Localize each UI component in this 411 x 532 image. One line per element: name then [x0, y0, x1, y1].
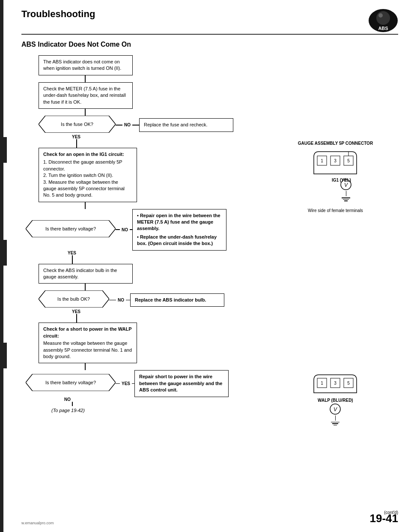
flow-box-1-content: The ABS indicator does not come on when …	[39, 55, 133, 75]
no-label-4: NO	[64, 397, 264, 402]
abs-logo-svg: ABS	[368, 9, 398, 33]
yes-label-3: YES	[72, 309, 264, 314]
bottom-area: w.emanualpro.com 19-41	[21, 512, 398, 525]
connector-2-svg: 1 3 5	[310, 371, 361, 397]
svg-point-1	[376, 11, 390, 25]
connector-1-label-text: IG1 (YEL)	[285, 178, 398, 182]
no-branch-1: NO	[116, 123, 139, 127]
flow-box-1: The ABS indicator does not come on when …	[39, 55, 133, 75]
connector-v-7	[76, 314, 77, 323]
flow-box-2-content: Check the METER (7.5 A) fuse in the unde…	[39, 82, 133, 109]
flow-box-3-content: Check for an open in the IG1 circuit: 1.…	[39, 148, 137, 202]
connector-diagram-2: 1 3 5 WALP (BLU/RED) V	[273, 371, 398, 426]
diamond-1-svg: Is the fuse OK?	[39, 116, 116, 133]
left-bar	[0, 0, 3, 532]
flow-box-4: Check the ABS indicator bulb in the gaug…	[39, 264, 133, 284]
diamond-3-svg: Is the bulb OK?	[39, 290, 109, 308]
box3-item-1: 1. Disconnect the gauge assembly 5P conn…	[43, 159, 132, 172]
box3-title: Check for an open in the IG1 circuit:	[43, 151, 132, 158]
ground-symbol-2	[331, 421, 340, 426]
svg-text:V: V	[344, 182, 348, 188]
header: Troubleshooting ABS	[21, 9, 398, 32]
connector-2-visual: 1 3 5	[273, 371, 398, 397]
diamond-3-shape-wrapper: Is the bulb OK?	[39, 290, 109, 309]
box5-title: Check for a short to power in the WALP c…	[43, 326, 132, 339]
no-branch-2: NO	[116, 227, 132, 232]
diamond-4-row: Is there battery voltage? YES Repair sho…	[21, 370, 264, 397]
g-line2b	[332, 423, 338, 424]
h-line-6	[126, 300, 130, 301]
diamond-1-shape-wrapper: Is the fuse OK?	[39, 116, 116, 134]
svg-text:5: 5	[348, 158, 350, 163]
g-line1b	[331, 422, 340, 423]
svg-text:Is the bulb OK?: Is the bulb OK?	[57, 296, 90, 302]
right-action-3: Replace the ABS indicator bulb.	[130, 293, 224, 307]
g-line1	[342, 197, 350, 198]
connector-2-voltage: V	[273, 403, 398, 426]
voltage-circle-2: V	[329, 403, 342, 415]
diamond-2-svg: Is there battery voltage?	[26, 220, 116, 237]
notch-tab-2	[0, 240, 7, 266]
svg-text:1: 1	[321, 381, 324, 386]
bullet-1: Repair open in the wire between the METE…	[137, 212, 222, 232]
flow-box-5-content: Check for a short to power in the WALP c…	[39, 323, 137, 363]
flow-box-2: Check the METER (7.5 A) fuse in the unde…	[39, 82, 133, 109]
h-line-2	[132, 125, 139, 126]
connector-v-4	[85, 202, 86, 209]
diamond-2-row: Is there battery voltage? NO Repair open…	[21, 209, 264, 251]
g-line3	[344, 200, 348, 201]
diamond-1-row: Is the fuse OK? NO Replace the fuse and …	[21, 116, 264, 134]
svg-text:Is there battery voltage?: Is there battery voltage?	[45, 380, 96, 385]
flow-box-3: Check for an open in the IG1 circuit: 1.…	[39, 148, 137, 202]
svg-text:3: 3	[334, 381, 337, 386]
flow-box-4-content: Check the ABS indicator bulb in the gaug…	[39, 264, 133, 284]
h-line-7	[116, 383, 120, 384]
notch-tab-1	[0, 137, 7, 163]
to-page-text: (To page 19-42)	[51, 406, 264, 414]
connector-v-1	[85, 75, 86, 82]
contd-text: (cont'd)	[384, 510, 398, 515]
page-container: Troubleshooting ABS ABS Indicator Does N…	[0, 0, 411, 532]
connector-1-visual: 1 3 5	[273, 148, 398, 178]
h-line-3	[116, 229, 120, 230]
flowchart-area: The ABS indicator does not come on when …	[21, 55, 398, 426]
connector-v-5	[72, 255, 73, 264]
svg-point-2	[378, 13, 383, 18]
connector-1-wire-desc: Wire side of female terminals	[273, 208, 398, 213]
diamond-4-shape-wrapper: Is there battery voltage?	[26, 374, 116, 393]
connector-1-title: GAUGE ASSEMBLY 5P CONNECTOR	[273, 141, 398, 146]
g-line3b	[334, 425, 337, 426]
no-branch-3: NO	[109, 298, 130, 302]
yes-label-1: YES	[72, 134, 264, 139]
connector-diagram-1: GAUGE ASSEMBLY 5P CONNECTOR 1 3 5	[273, 141, 398, 213]
diamond-3-row: Is the bulb OK? NO Replace the ABS indic…	[21, 290, 264, 309]
svg-text:1: 1	[321, 158, 324, 163]
flowchart-right: GAUGE ASSEMBLY 5P CONNECTOR 1 3 5	[264, 55, 398, 426]
website-text: w.emanualpro.com	[21, 521, 54, 525]
connector-v-3	[76, 139, 77, 148]
connector-v-2	[85, 109, 86, 116]
gnd-line-2	[335, 415, 336, 421]
svg-text:5: 5	[348, 381, 350, 386]
diamond-2-shape-wrapper: Is there battery voltage?	[26, 220, 116, 239]
bullet-2: Replace the under-dash fuse/relay box. (…	[137, 234, 222, 247]
yes-label-2: YES	[68, 251, 264, 255]
ground-symbol-1	[342, 197, 350, 202]
right-action-4: Repair short to power in the wire betwee…	[134, 370, 229, 397]
flowchart-left: The ABS indicator does not come on when …	[21, 55, 264, 426]
box5-body: Measure the voltage between the gauge as…	[43, 340, 132, 360]
section-title: ABS Indicator Does Not Come On	[21, 41, 398, 48]
notch-tab-3	[0, 343, 7, 368]
diamond-4-svg: Is there battery voltage?	[26, 374, 116, 391]
svg-text:3: 3	[334, 158, 337, 163]
h-line-5	[109, 300, 116, 301]
right-action-2: Repair open in the wire between the METE…	[132, 209, 226, 251]
svg-text:Is there battery voltage?: Is there battery voltage?	[45, 226, 96, 231]
right-action-1: Replace the fuse and recheck.	[139, 118, 233, 132]
h-line-1	[116, 125, 122, 126]
svg-text:Is the fuse OK?: Is the fuse OK?	[61, 122, 93, 127]
connector-2-label: WALP (BLU/RED)	[273, 398, 398, 403]
box3-item-3: 3. Measure the voltage between the gauge…	[43, 179, 132, 199]
page-title: Troubleshooting	[21, 9, 95, 20]
connector-v-8	[85, 363, 86, 370]
